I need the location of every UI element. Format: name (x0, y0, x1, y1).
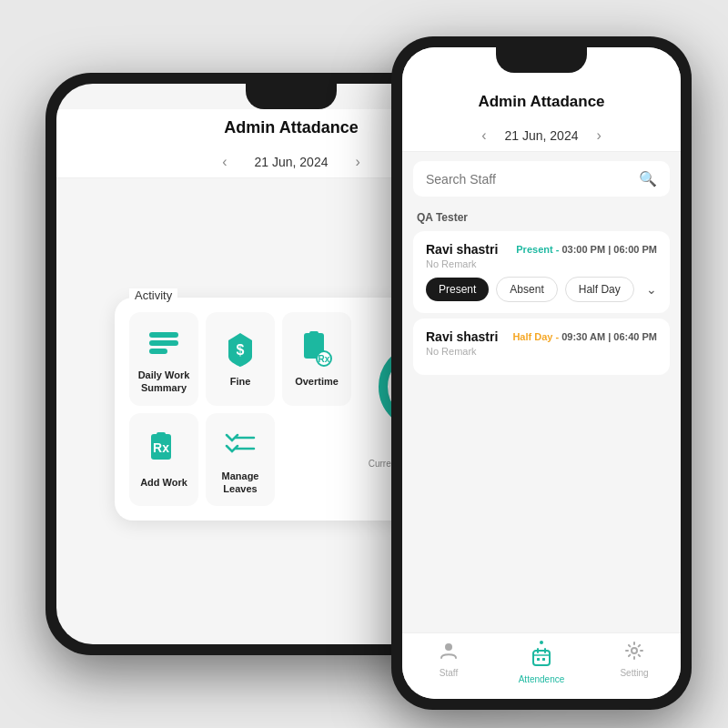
manage-leaves-label: ManageLeaves (222, 470, 259, 496)
activity-grid-wrapper: Daily WorkSummary $ (129, 312, 351, 506)
nav-item-staff[interactable]: Staff (402, 641, 495, 684)
svg-rect-5 (309, 331, 318, 337)
time-0: 03:00 PM | 06:00 PM (561, 244, 657, 255)
staff-name-row-0: Ravi shastri Present - 03:00 PM | 06:00 … (426, 242, 657, 257)
front-notch (496, 47, 587, 73)
activity-item-overtime[interactable]: Rx Overtime (282, 312, 351, 406)
front-phone-screen: Admin Attadance ‹ 21 Jun, 2024 › 🔍 QA Te… (402, 47, 681, 699)
staff-nav-icon (439, 641, 459, 665)
svg-rect-20 (537, 658, 540, 661)
status-badge-0: Present - 03:00 PM | 06:00 PM (516, 244, 657, 255)
prev-date-arrow[interactable]: ‹ (222, 154, 227, 170)
svg-rect-16 (533, 651, 550, 665)
phone-front: Admin Attadance ‹ 21 Jun, 2024 › 🔍 QA Te… (391, 36, 692, 710)
btn-absent-0[interactable]: Absent (496, 277, 557, 302)
svg-text:$: $ (237, 342, 245, 358)
svg-rect-0 (149, 332, 178, 338)
status-badge-1: Half Day - 09:30 AM | 06:40 PM (512, 331, 657, 342)
svg-text:Rx: Rx (153, 440, 169, 455)
remark-1: No Remark (426, 346, 657, 357)
staff-card-0: Ravi shastri Present - 03:00 PM | 06:00 … (413, 231, 670, 313)
front-date-text: 21 Jun, 2024 (505, 128, 579, 143)
svg-rect-2 (149, 349, 167, 354)
svg-rect-1 (149, 340, 178, 346)
front-next-arrow[interactable]: › (596, 127, 601, 144)
staff-name-1: Ravi shastri (426, 329, 498, 344)
attendance-nav-icon (531, 647, 551, 672)
search-bar[interactable]: 🔍 (413, 161, 670, 197)
nav-label-staff: Staff (440, 668, 458, 678)
activity-item-fine[interactable]: $ Fine (206, 312, 275, 406)
scene: Admin Attadance ‹ 21 Jun, 2024 › Activit… (18, 18, 710, 710)
next-date-arrow[interactable]: › (355, 154, 359, 170)
daily-work-summary-label: Daily WorkSummary (138, 369, 190, 395)
staff-name-row-1: Ravi shastri Half Day - 09:30 AM | 06:40… (426, 329, 657, 344)
remark-0: No Remark (426, 258, 657, 269)
nav-item-setting[interactable]: Setting (588, 641, 681, 684)
front-date-row: ‹ 21 Jun, 2024 › (402, 120, 681, 152)
staff-name-0: Ravi shastri (426, 242, 498, 257)
btn-present-0[interactable]: Present (426, 278, 489, 301)
search-input[interactable] (426, 172, 632, 187)
overtime-label: Overtime (295, 375, 339, 388)
nav-item-attendance[interactable]: Attendence (495, 641, 588, 684)
section-label: QA Tester (402, 206, 681, 228)
search-icon[interactable]: 🔍 (639, 170, 657, 187)
svg-point-22 (632, 648, 637, 653)
activity-item-daily-work-summary[interactable]: Daily WorkSummary (129, 312, 198, 406)
daily-work-summary-icon (144, 323, 184, 363)
activity-item-manage-leaves[interactable]: ManageLeaves (206, 413, 275, 507)
svg-point-15 (445, 643, 452, 651)
phone-content: 🔍 QA Tester Ravi shastri Present - 03:00… (402, 152, 681, 632)
manage-leaves-icon (220, 424, 260, 464)
chevron-down-0[interactable]: ⌄ (646, 282, 657, 297)
fine-icon: $ (220, 329, 260, 369)
front-prev-arrow[interactable]: ‹ (481, 127, 486, 144)
staff-card-1: Ravi shastri Half Day - 09:30 AM | 06:40… (413, 318, 670, 375)
back-notch (246, 84, 337, 109)
nav-label-setting: Setting (620, 668, 648, 678)
front-header-title: Admin Attadance (402, 93, 681, 111)
fine-label: Fine (230, 375, 251, 388)
back-date-text: 21 Jun, 2024 (255, 155, 329, 169)
btn-halfday-0[interactable]: Half Day (565, 277, 634, 302)
svg-rect-21 (542, 658, 545, 661)
nav-label-attendance: Attendence (519, 674, 565, 684)
bottom-nav: Staff Attendence (402, 632, 681, 699)
setting-nav-icon (624, 641, 644, 665)
activity-item-add-work[interactable]: Rx Add Work (129, 413, 198, 507)
add-work-label: Add Work (140, 476, 187, 489)
activity-grid: Daily WorkSummary $ (129, 312, 351, 506)
nav-active-dot (540, 641, 543, 644)
overtime-icon: Rx (297, 329, 337, 369)
activity-label: Activity (129, 288, 177, 302)
time-1: 09:30 AM | 06:40 PM (561, 331, 657, 342)
action-buttons-0: Present Absent Half Day ⌄ (426, 277, 657, 302)
svg-text:Rx: Rx (318, 354, 330, 364)
add-work-icon: Rx (144, 430, 184, 470)
svg-rect-9 (157, 432, 166, 438)
